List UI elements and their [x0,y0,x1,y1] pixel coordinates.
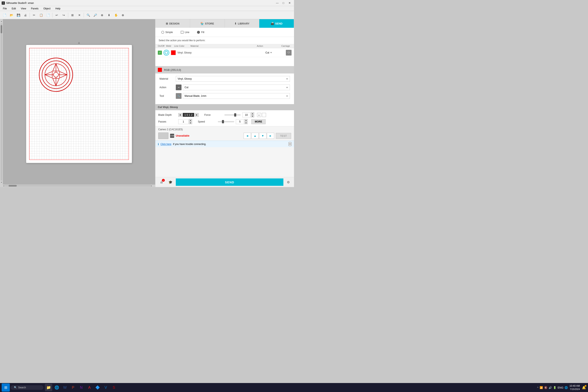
speed-up-btn[interactable]: ▲ [244,119,248,122]
action-label: Action [160,86,176,89]
hscrollbar-track[interactable] [4,185,151,186]
paste-button[interactable]: 📄 [45,12,51,18]
row-color-swatch[interactable] [171,50,176,55]
action-dropdown[interactable]: Cut ▼ [183,84,290,90]
menu-object[interactable]: Object [42,7,53,10]
notification-bar: ℹ Click here if you have trouble connect… [155,141,294,147]
subtab-line[interactable]: Line [177,30,193,35]
tab-send[interactable]: 📠 SEND [259,19,294,28]
vscrollbar-thumb[interactable] [0,25,2,33]
queue-button[interactable]: 🖨 1 [158,178,165,186]
action-selected: Cut [184,86,188,89]
hscroll-right-arrow[interactable]: ► [151,185,152,187]
nav-right-button[interactable]: ► [267,133,274,139]
delete-button[interactable]: ✕ [76,12,83,18]
tab-store[interactable]: 🏪 STORE [190,19,225,28]
force-slider-track[interactable] [224,114,241,116]
transform-button[interactable]: ⊞ [69,12,76,18]
panel-tabs: ⊞ DESIGN 🏪 STORE ⬇ LIBRARY 📠 SEND [155,19,294,28]
tab-library[interactable]: ⬇ LIBRARY [225,19,260,28]
quality-icon-2[interactable] [262,113,266,117]
horizontal-scrollbar[interactable]: ◄ ► [0,184,155,187]
device-thumbnail [158,132,168,139]
mat-inner [29,48,129,160]
passes-label: Passes [158,120,176,123]
notification-link[interactable]: Click here [160,143,171,146]
row-action-select[interactable]: Cut ▼ [266,51,286,54]
blade-depth-right-btn[interactable]: ► [195,113,199,117]
vertical-scrollbar[interactable]: ▲ ▼ [0,19,3,184]
minimize-button[interactable]: — [274,1,280,5]
device-name: Cameo 2 (CAC161E5) [158,128,291,131]
speed-value-field[interactable] [236,119,244,124]
redo-button[interactable]: ↪ [60,12,67,18]
menu-panels[interactable]: Panels [29,7,41,10]
passes-value-field[interactable] [178,119,188,124]
hscrollbar-thumb[interactable] [8,185,17,186]
subtab-simple[interactable]: Simple [158,30,176,35]
row-action-label: Cut [266,51,269,54]
library-tab-icon: ⬇ [234,22,237,25]
inner-icon [165,51,168,54]
zoom-out-button[interactable]: 🔎 [92,12,98,18]
zoom-in-button[interactable]: 🔍 [85,12,92,18]
force-down-btn[interactable]: ▼ [251,115,254,118]
line-label: Line [185,31,190,34]
pan-button[interactable]: ✋ [113,12,119,18]
simple-radio[interactable] [161,31,164,34]
menu-help[interactable]: Help [53,7,62,10]
open-button[interactable]: 📂 [8,12,15,18]
speed-down-btn[interactable]: ▼ [244,122,248,124]
zoom-area-button[interactable]: ⊕ [120,12,126,18]
more-button[interactable]: MORE [251,119,266,124]
close-button[interactable]: ✕ [287,1,292,5]
save-button[interactable]: 💾 [15,12,22,18]
design-tab-icon: ⊞ [166,22,168,25]
simple-label: Simple [166,31,173,34]
maximize-button[interactable]: □ [280,1,286,5]
menu-file[interactable]: File [1,7,9,10]
force-value-field[interactable] [242,112,250,118]
speed-slider-track[interactable] [218,121,234,122]
speed-slider-container [218,121,234,122]
send-button[interactable]: SEND [176,178,284,186]
force-up-btn[interactable]: ▲ [251,112,254,115]
copy-button[interactable]: 📋 [38,12,44,18]
nav-up-button[interactable]: ▲ [251,133,259,139]
tool-selected: Manual Blade, 1mm [184,94,206,98]
passes-up-btn[interactable]: ▲ [189,119,192,122]
print-button[interactable]: 🖨 [22,12,28,18]
vscrollbar-track[interactable] [0,23,2,181]
tab-design[interactable]: ⊞ DESIGN [155,19,190,28]
test-button[interactable]: TEST [276,133,291,139]
send-tab-icon: 📠 [271,22,274,25]
design-artwork[interactable] [38,56,74,93]
undo-button[interactable]: ↩ [54,12,60,18]
tool-dropdown[interactable]: Manual Blade, 1mm ▼ [183,93,290,99]
zoom-fit-button[interactable]: ⊕ [99,12,105,18]
svg-point-0 [39,58,73,92]
notification-close-button[interactable]: ✕ [288,142,292,146]
subtab-fill[interactable]: Fill [194,30,208,35]
settings-icon-button[interactable]: 🎓 [167,178,174,186]
row-checkbox[interactable]: ✓ [158,51,162,55]
menu-edit[interactable]: Edit [10,7,18,10]
menu-view[interactable]: View [19,7,28,10]
passes-down-btn[interactable]: ▼ [189,122,192,124]
vscroll-up-arrow[interactable]: ▲ [0,20,2,22]
blade-depth-left-btn[interactable]: ◄ [178,113,182,117]
vscroll-down-arrow[interactable]: ▼ [0,182,2,183]
col-carriage: Carriage [281,45,292,47]
material-dropdown[interactable]: Vinyl, Glossy ▼ [176,76,290,82]
quality-icon-1[interactable]: △ [257,113,261,117]
nav-down-button[interactable]: ▼ [259,133,266,139]
menubar: File Edit View Panels Object Help [0,6,294,11]
row-carriage-icon: 🛡 [286,50,292,56]
cut-button[interactable]: ✂ [31,12,37,18]
move-down-button[interactable]: ⬇ [106,12,112,18]
gear-button[interactable]: ⚙ [285,179,292,186]
hscroll-left-arrow[interactable]: ◄ [3,185,4,187]
nav-left-button[interactable]: ◄ [244,133,251,139]
device-status: Unavailable [176,134,190,137]
new-button[interactable]: 📄 [1,12,8,18]
